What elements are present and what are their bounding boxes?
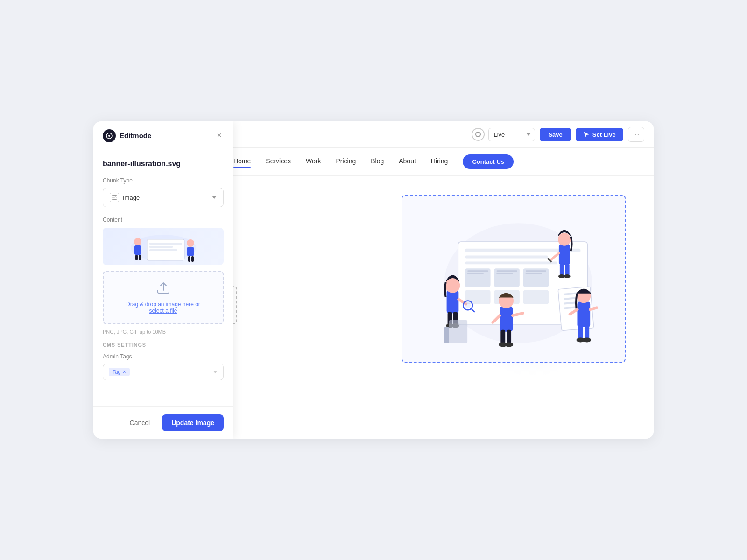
svg-point-55 (583, 338, 591, 343)
svg-rect-74 (191, 256, 194, 262)
cms-settings-label: CMS SETTINGS (103, 342, 224, 348)
live-indicator: Live (472, 128, 535, 141)
tag-remove-button[interactable]: × (123, 369, 126, 375)
svg-point-26 (465, 302, 471, 308)
drop-text: Drag & drop an image here or select a fi… (113, 301, 213, 314)
save-button[interactable]: Save (540, 128, 571, 141)
svg-rect-12 (467, 273, 484, 274)
svg-rect-8 (465, 290, 490, 304)
chunk-type-select[interactable]: Image (103, 188, 224, 207)
panel-footer: Cancel Update Image (93, 406, 233, 439)
svg-point-63 (134, 238, 141, 245)
svg-rect-57 (444, 327, 449, 343)
svg-rect-66 (139, 255, 141, 260)
file-type-hint: PNG, JPG, GIF up to 10MB (103, 329, 224, 335)
tags-input[interactable]: Tag × (103, 364, 224, 380)
update-image-button[interactable]: Update Image (162, 414, 224, 431)
panel-body: banner-illusration.svg Chunk Type Image (93, 150, 233, 406)
svg-rect-10 (523, 290, 549, 304)
nav-item-pricing[interactable]: Pricing (336, 157, 356, 167)
set-live-button[interactable]: Set Live (576, 128, 623, 141)
svg-rect-4 (465, 261, 557, 264)
svg-point-47 (564, 274, 571, 278)
edit-panel: Editmode × banner-illusration.svg Chunk … (93, 121, 233, 439)
upload-icon (113, 281, 213, 297)
svg-line-51 (590, 308, 597, 309)
panel-close-button[interactable]: × (215, 129, 224, 142)
svg-point-41 (558, 233, 571, 246)
svg-rect-44 (560, 263, 564, 276)
drop-zone[interactable]: Drag & drop an image here or select a fi… (103, 271, 224, 324)
panel-header: Editmode × (93, 121, 233, 150)
svg-rect-68 (149, 243, 182, 245)
file-name: banner-illusration.svg (103, 160, 224, 168)
chunk-type-left: Image (110, 193, 140, 202)
cursor-icon (583, 131, 590, 138)
svg-rect-70 (149, 249, 177, 251)
svg-point-71 (187, 239, 194, 247)
svg-rect-22 (447, 290, 459, 313)
svg-rect-3 (465, 256, 548, 259)
svg-point-61 (115, 196, 116, 197)
select-file-link[interactable]: select a file (149, 308, 177, 314)
more-options-button[interactable]: ··· (628, 127, 644, 142)
environment-select[interactable]: Live (488, 128, 535, 141)
contact-us-button[interactable]: Contact Us (463, 154, 514, 169)
svg-rect-32 (500, 306, 513, 331)
svg-rect-15 (526, 270, 547, 272)
live-dot-icon (472, 128, 485, 141)
svg-rect-11 (467, 270, 488, 272)
svg-rect-14 (496, 273, 513, 274)
image-icon (110, 193, 119, 202)
nav-item-hiring[interactable]: Hiring (431, 157, 448, 167)
nav-item-home[interactable]: Home (233, 157, 251, 167)
svg-rect-13 (496, 270, 517, 272)
svg-rect-45 (565, 263, 570, 276)
svg-point-39 (505, 342, 513, 347)
nav-item-blog[interactable]: Blog (371, 157, 384, 167)
chevron-down-icon (212, 196, 217, 199)
nav-item-services[interactable]: Services (266, 157, 291, 167)
svg-point-59 (108, 135, 110, 137)
svg-rect-65 (135, 255, 138, 260)
tag-chip: Tag × (109, 368, 130, 376)
preview-illustration (117, 230, 210, 263)
svg-rect-72 (187, 247, 194, 256)
chunk-type-label: Chunk Type (103, 177, 224, 184)
content-label: Content (103, 217, 224, 223)
svg-rect-56 (449, 320, 468, 343)
chunk-type-wrapper: Image (103, 188, 224, 207)
panel-logo: Editmode (103, 129, 151, 142)
panel-logo-text: Editmode (120, 132, 151, 140)
logo-icon (103, 129, 116, 142)
svg-rect-48 (577, 301, 590, 327)
svg-rect-64 (134, 245, 141, 255)
svg-rect-69 (149, 246, 173, 248)
nav-item-work[interactable]: Work (306, 157, 321, 167)
hero-image-area[interactable] (402, 195, 626, 363)
current-image-preview (103, 228, 224, 265)
svg-rect-40 (559, 244, 570, 265)
svg-point-46 (558, 274, 565, 278)
admin-tags-label: Admin Tags (103, 353, 224, 360)
nav-item-about[interactable]: About (399, 157, 416, 167)
tags-chevron-icon (213, 371, 218, 373)
svg-rect-16 (526, 273, 542, 274)
cancel-button[interactable]: Cancel (122, 414, 158, 431)
hero-illustration (402, 196, 625, 362)
chunk-type-value: Image (123, 194, 140, 201)
svg-rect-73 (188, 256, 190, 262)
